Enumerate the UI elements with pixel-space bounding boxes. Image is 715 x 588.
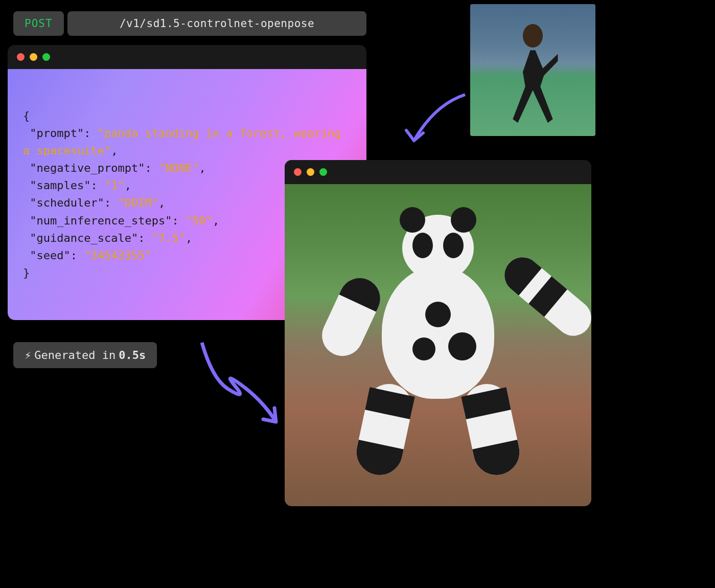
- json-value: "34543355": [84, 249, 151, 262]
- json-value: "7.5": [152, 232, 186, 244]
- json-value: "50": [186, 214, 213, 227]
- json-value: "1": [104, 179, 125, 192]
- json-value: "NONE": [158, 162, 199, 174]
- json-key: "negative_prompt": [30, 162, 145, 174]
- json-close-brace: }: [23, 266, 30, 279]
- endpoint-text: /v1/sd1.5-controlnet-openpose: [120, 17, 314, 30]
- window-header: [285, 160, 591, 184]
- close-icon[interactable]: [17, 53, 25, 61]
- http-method-badge: POST: [13, 11, 64, 36]
- json-key: "samples": [30, 179, 90, 192]
- close-icon[interactable]: [294, 168, 302, 176]
- panda-figure: [341, 215, 535, 481]
- generated-output-image: [285, 184, 591, 506]
- status-time: 0.5s: [119, 349, 146, 361]
- lightning-icon: ⚡: [25, 349, 31, 361]
- input-pose-image: [470, 4, 595, 136]
- json-key: "num_inference_steps": [30, 214, 172, 227]
- minimize-icon[interactable]: [30, 53, 37, 61]
- generation-status-badge: ⚡ Generated in 0.5s: [13, 342, 157, 368]
- maximize-icon[interactable]: [42, 53, 50, 61]
- arrow-icon: [187, 337, 284, 435]
- output-image-window: [285, 160, 591, 506]
- maximize-icon[interactable]: [319, 168, 327, 176]
- json-key: "guidance_scale": [30, 232, 138, 244]
- json-key: "scheduler": [30, 196, 104, 209]
- window-header: [8, 45, 366, 69]
- minimize-icon[interactable]: [307, 168, 314, 176]
- arrow-icon: [394, 89, 470, 161]
- json-key: "seed": [30, 249, 70, 262]
- json-value: "DDIM": [118, 196, 158, 209]
- endpoint-field[interactable]: /v1/sd1.5-controlnet-openpose: [67, 11, 366, 36]
- json-key: "prompt": [30, 127, 84, 140]
- status-prefix: Generated in: [34, 349, 116, 361]
- http-method-text: POST: [25, 17, 53, 30]
- json-open-brace: {: [23, 109, 30, 122]
